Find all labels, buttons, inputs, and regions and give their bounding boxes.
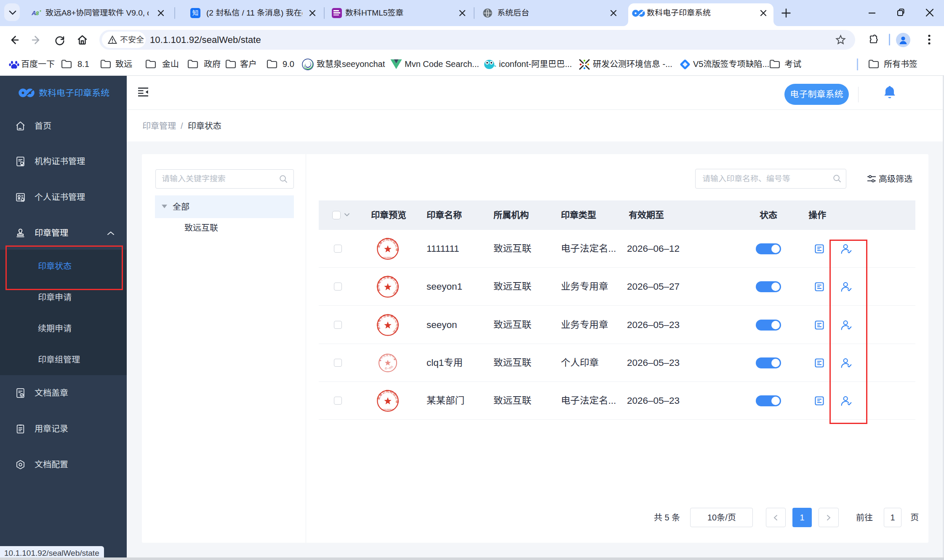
svg-text:五一作乐: 五一作乐 bbox=[384, 364, 394, 370]
svg-text:1023578898765: 1023578898765 bbox=[381, 408, 395, 411]
svg-text:1023578898765: 1023578898765 bbox=[381, 256, 395, 259]
svg-text:8: 8 bbox=[36, 10, 39, 16]
